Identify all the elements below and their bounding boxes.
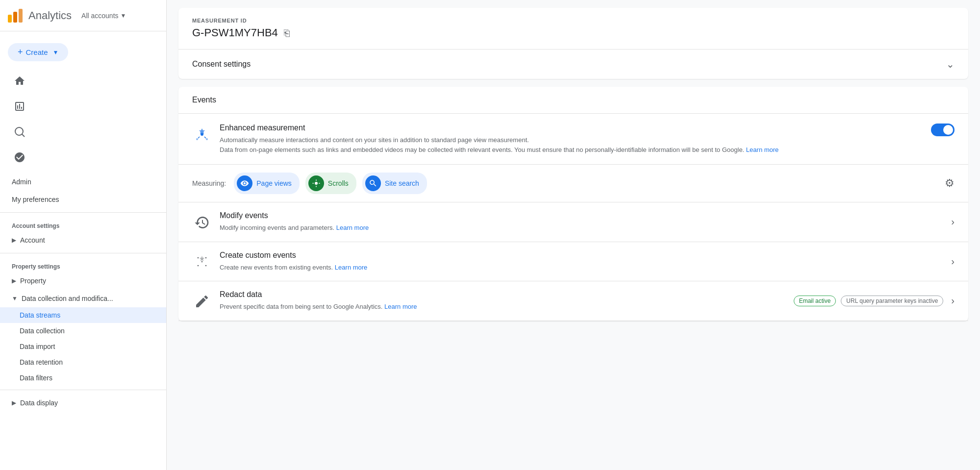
consent-settings-header[interactable]: Consent settings ⌄ <box>192 49 955 79</box>
sidebar-item-my-preferences[interactable]: My preferences <box>0 191 166 208</box>
url-query-inactive-badge: URL query parameter keys inactive <box>841 296 943 306</box>
logo-bar-2 <box>13 12 17 23</box>
sidebar-item-admin[interactable]: Admin <box>0 173 166 191</box>
create-custom-events-learn-more[interactable]: Learn more <box>335 264 367 271</box>
measurement-id-card: MEASUREMENT ID G-PSW1MY7HB4 ⎗ Consent se… <box>178 8 968 79</box>
measurement-id-value: G-PSW1MY7HB4 <box>192 26 278 39</box>
property-chevron-icon: ▶ <box>12 277 16 284</box>
modify-events-icon <box>192 213 212 232</box>
redact-data-icon <box>192 292 212 311</box>
data-retention-label: Data retention <box>20 358 63 366</box>
data-display-chevron-icon: ▶ <box>12 399 16 406</box>
redact-data-desc: Prevent specific data from being sent to… <box>220 303 382 310</box>
svg-point-3 <box>196 138 198 140</box>
redact-data-badges: Email active URL query parameter keys in… <box>794 296 944 306</box>
redact-data-learn-more[interactable]: Learn more <box>384 303 417 310</box>
create-custom-events-content: Create custom events Create new events f… <box>220 251 943 272</box>
chip-page-views: Page views <box>234 173 300 194</box>
data-collection-group-label: Data collection and modifica... <box>22 295 113 302</box>
create-button[interactable]: + Create ▼ <box>8 43 68 61</box>
data-display-label: Data display <box>20 399 58 407</box>
home-icon-button[interactable] <box>8 69 31 93</box>
chip-site-search: Site search <box>362 173 427 194</box>
copy-icon[interactable]: ⎗ <box>284 27 290 39</box>
page-views-chip-icon <box>237 175 252 191</box>
modify-events-desc: Modify incoming events and parameters. <box>220 224 334 231</box>
data-import-label: Data import <box>20 343 55 350</box>
all-accounts-label: All accounts <box>81 12 118 20</box>
chevron-down-icon: ▼ <box>121 12 126 19</box>
sidebar-header: Analytics All accounts ▼ <box>0 0 166 31</box>
svg-line-1 <box>22 134 25 137</box>
dropdown-icon: ▼ <box>53 49 59 56</box>
create-custom-events-row[interactable]: Create custom events Create new events f… <box>178 242 968 282</box>
sidebar-item-data-display[interactable]: ▶ Data display <box>0 394 166 412</box>
svg-point-10 <box>205 265 207 267</box>
sidebar-sub-item-data-collection[interactable]: Data collection <box>0 323 166 339</box>
icon-nav-row <box>0 69 166 169</box>
account-label: Account <box>20 236 45 244</box>
enhanced-desc-1: Automatically measure interactions and c… <box>220 136 529 144</box>
redact-data-content: Redact data Prevent specific data from b… <box>220 290 786 312</box>
modify-events-description: Modify incoming events and parameters. L… <box>220 223 943 233</box>
events-title: Events <box>192 96 216 104</box>
advertising-icon-button[interactable] <box>8 146 31 169</box>
sidebar-sub-item-data-streams[interactable]: Data streams <box>0 307 166 323</box>
sidebar-sub-item-data-import[interactable]: Data import <box>0 339 166 354</box>
app-title: Analytics <box>28 9 72 22</box>
sidebar-item-property[interactable]: ▶ Property <box>0 272 166 290</box>
enhanced-desc-2: Data from on-page elements such as links… <box>220 146 744 153</box>
modify-events-learn-more[interactable]: Learn more <box>336 224 369 231</box>
svg-point-7 <box>198 257 199 259</box>
svg-point-8 <box>205 257 207 259</box>
sidebar-item-data-collection-group[interactable]: ▼ Data collection and modifica... <box>0 290 166 307</box>
modify-events-chevron-icon: › <box>951 216 955 227</box>
measurement-id-section: MEASUREMENT ID G-PSW1MY7HB4 ⎗ <box>178 8 968 49</box>
enhanced-measurement-content: Enhanced measurement Automatically measu… <box>220 124 923 154</box>
logo-bar-1 <box>8 15 12 23</box>
all-accounts-button[interactable]: All accounts ▼ <box>77 10 130 22</box>
account-settings-label: Account settings <box>0 217 166 231</box>
modify-events-row[interactable]: Modify events Modify incoming events and… <box>178 202 968 242</box>
scrolls-chip-label: Scrolls <box>328 179 349 187</box>
main-content: MEASUREMENT ID G-PSW1MY7HB4 ⎗ Consent se… <box>167 0 980 470</box>
svg-point-5 <box>315 182 318 185</box>
events-card: Events Enhanced measurement Automaticall… <box>178 87 968 321</box>
toggle-slider <box>931 124 955 136</box>
explore-icon-button[interactable] <box>8 120 31 144</box>
property-settings-label: Property settings <box>0 257 166 272</box>
create-custom-events-title: Create custom events <box>220 251 943 260</box>
modify-events-content: Modify events Modify incoming events and… <box>220 211 943 233</box>
chip-scrolls: Scrolls <box>305 173 356 194</box>
sidebar-sub-item-data-retention[interactable]: Data retention <box>0 354 166 370</box>
measuring-row: Measuring: Page views Scrolls <box>178 165 968 202</box>
my-preferences-label: My preferences <box>12 196 59 203</box>
data-streams-label: Data streams <box>20 311 60 319</box>
sidebar-sub-item-data-filters[interactable]: Data filters <box>0 370 166 386</box>
property-label: Property <box>20 277 46 285</box>
redact-data-row[interactable]: Redact data Prevent specific data from b… <box>178 281 968 321</box>
create-custom-events-desc: Create new events from existing events. <box>220 264 333 271</box>
enhanced-measurement-toggle[interactable] <box>931 124 955 136</box>
reports-icon-button[interactable] <box>8 95 31 118</box>
email-active-badge: Email active <box>794 296 836 306</box>
page-views-chip-label: Page views <box>256 179 292 187</box>
divider-2 <box>0 253 166 253</box>
consent-settings-title: Consent settings <box>192 60 251 69</box>
icon-nav <box>8 69 31 169</box>
enhanced-measurement-learn-more[interactable]: Learn more <box>746 146 779 153</box>
events-header: Events <box>178 87 968 114</box>
modify-events-title: Modify events <box>220 211 943 220</box>
data-collection-chevron-icon: ▼ <box>12 295 18 302</box>
consent-chevron-icon: ⌄ <box>946 58 955 70</box>
logo-bar-3 <box>19 9 23 23</box>
sidebar-item-account[interactable]: ▶ Account <box>0 231 166 249</box>
measuring-label: Measuring: <box>192 179 226 187</box>
divider-1 <box>0 212 166 213</box>
consent-settings-section: Consent settings ⌄ <box>178 49 968 79</box>
measuring-settings-gear-icon[interactable]: ⚙ <box>945 177 955 190</box>
measurement-id-label: MEASUREMENT ID <box>192 18 955 24</box>
enhanced-measurement-title: Enhanced measurement <box>220 124 923 132</box>
create-label: Create <box>26 48 48 56</box>
redact-data-title: Redact data <box>220 290 786 299</box>
